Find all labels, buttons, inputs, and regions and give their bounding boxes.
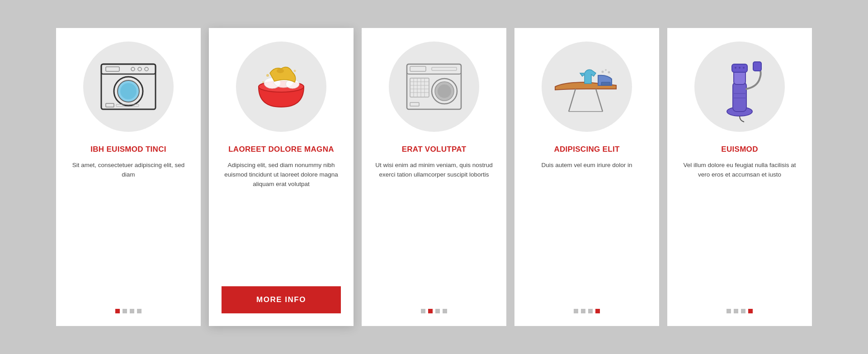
dot-4-2 <box>581 309 585 313</box>
svg-point-16 <box>266 74 269 77</box>
dot-1-3 <box>130 309 134 313</box>
card-desc-5: Vel illum dolore eu feugiat nulla facili… <box>680 161 799 296</box>
card-desc-3: Ut wisi enim ad minim veniam, quis nostr… <box>374 161 494 296</box>
dot-1-1 <box>115 309 120 313</box>
dot-5-4 <box>748 309 753 313</box>
card-3: ERAT VOLUTPAT Ut wisi enim ad minim veni… <box>362 28 506 326</box>
icon-circle-2 <box>236 42 326 132</box>
svg-point-5 <box>145 67 148 71</box>
card-desc-2: Adipiscing elit, sed diam nonummy nibh e… <box>222 161 341 274</box>
dot-4-4 <box>595 309 600 313</box>
svg-rect-50 <box>753 62 761 71</box>
dot-4-3 <box>588 309 593 313</box>
card-title-5: EUISMOD <box>721 144 758 154</box>
dot-5-3 <box>741 309 745 313</box>
dots-row-4 <box>574 309 600 313</box>
card-title-4: ADIPISCING ELIT <box>554 144 619 154</box>
svg-point-18 <box>262 81 264 83</box>
icon-circle-5 <box>694 42 785 132</box>
svg-line-36 <box>569 89 576 112</box>
dot-3-2 <box>428 309 433 313</box>
card-desc-1: Sit amet, consectetuer adipiscing elit, … <box>69 161 188 296</box>
card-desc-4: Duis autem vel eum iriure dolor in <box>541 161 632 296</box>
svg-rect-22 <box>432 67 457 70</box>
iron-board-icon <box>551 57 623 116</box>
svg-rect-2 <box>106 67 119 71</box>
card-4: ADIPISCING ELIT Duis autem vel eum iriur… <box>514 28 659 326</box>
dot-1-2 <box>123 309 127 313</box>
dot-3-4 <box>443 309 447 313</box>
svg-point-15 <box>277 69 284 73</box>
svg-point-3 <box>131 67 135 71</box>
svg-point-48 <box>739 67 741 69</box>
wash-basin-icon <box>250 60 313 114</box>
cards-container: IBH EUISMOD TINCI Sit amet, consectetuer… <box>29 10 839 344</box>
svg-rect-35 <box>410 102 419 106</box>
card-1: IBH EUISMOD TINCI Sit amet, consectetuer… <box>56 28 201 326</box>
card-title-1: IBH EUISMOD TINCI <box>90 144 166 154</box>
card-2: LAOREET DOLORE MAGNA Adipiscing elit, se… <box>209 28 354 326</box>
icon-circle-3 <box>389 42 479 132</box>
steamer-icon <box>710 55 769 118</box>
dots-row-1 <box>115 309 142 313</box>
svg-point-17 <box>294 70 296 72</box>
svg-point-34 <box>438 84 451 98</box>
svg-point-4 <box>138 67 142 71</box>
svg-point-47 <box>735 67 736 69</box>
dot-3-1 <box>421 309 425 313</box>
washing-machine-icon <box>99 62 158 112</box>
icon-circle-1 <box>83 42 174 132</box>
dots-row-5 <box>726 309 753 313</box>
card-title-2: LAOREET DOLORE MAGNA <box>228 144 334 154</box>
card-5: EUISMOD Vel illum dolore eu feugiat null… <box>667 28 812 326</box>
dot-4-1 <box>574 309 578 313</box>
svg-rect-20 <box>407 64 461 74</box>
dot-1-4 <box>137 309 142 313</box>
svg-line-37 <box>596 89 603 112</box>
dot-5-2 <box>734 309 738 313</box>
dot-3-3 <box>435 309 440 313</box>
svg-point-49 <box>743 67 745 69</box>
icon-circle-4 <box>542 42 632 132</box>
svg-point-8 <box>120 83 137 99</box>
dots-row-3 <box>421 309 447 313</box>
svg-rect-44 <box>733 82 746 112</box>
svg-point-41 <box>605 69 607 71</box>
dryer-icon <box>405 62 463 112</box>
svg-rect-21 <box>410 66 426 71</box>
dot-5-1 <box>726 309 731 313</box>
more-info-button[interactable]: MORE INFO <box>222 286 341 313</box>
svg-rect-1 <box>101 64 156 74</box>
svg-rect-9 <box>106 103 114 107</box>
card-title-3: ERAT VOLUTPAT <box>402 144 467 154</box>
svg-point-42 <box>608 71 610 74</box>
svg-point-40 <box>602 71 604 73</box>
svg-rect-39 <box>601 82 610 85</box>
svg-rect-23 <box>410 78 429 97</box>
